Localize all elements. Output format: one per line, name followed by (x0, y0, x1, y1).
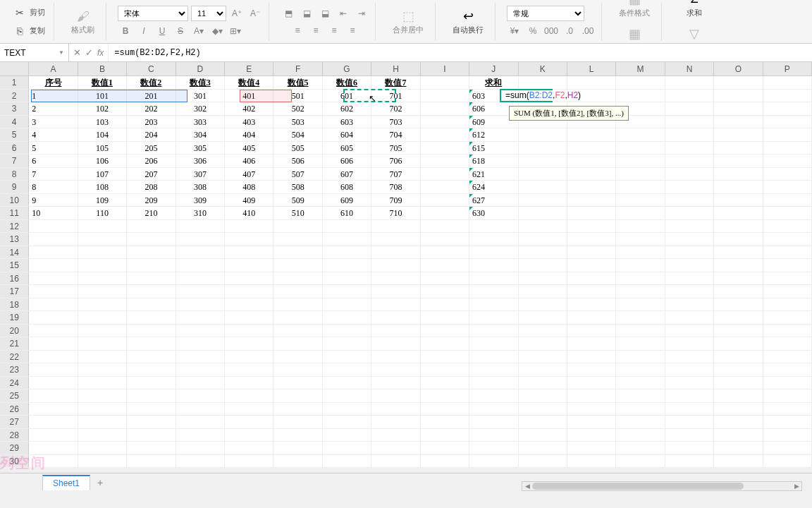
cell-b9[interactable]: 108 (78, 181, 127, 194)
cell-b24[interactable] (78, 377, 127, 390)
cell-b21[interactable] (78, 337, 127, 351)
cell-p14[interactable] (763, 246, 812, 260)
cell-a11[interactable]: 10 (29, 207, 78, 220)
cell-m14[interactable] (616, 246, 665, 260)
cell-b5[interactable]: 104 (78, 128, 127, 142)
cell-a24[interactable] (29, 377, 78, 390)
format-painter-button[interactable]: 🖌 格式刷 (66, 5, 100, 38)
cell-l12[interactable] (567, 220, 616, 234)
column-header-n[interactable]: N (665, 62, 714, 75)
row-header[interactable]: 26 (0, 403, 29, 416)
cell-o22[interactable] (714, 351, 763, 364)
cell-d3[interactable]: 302 (176, 102, 225, 116)
add-sheet-button[interactable]: + (90, 475, 110, 490)
cell-f20[interactable] (273, 325, 322, 338)
cell-o2[interactable] (714, 90, 763, 103)
cell-e20[interactable] (225, 325, 273, 338)
cell-p2[interactable] (763, 90, 812, 103)
cell-b22[interactable] (78, 351, 127, 364)
cell-i25[interactable] (421, 389, 469, 403)
cell-h15[interactable] (371, 259, 420, 272)
cell-h3[interactable]: 702 (371, 102, 420, 116)
cell-f25[interactable] (273, 389, 322, 403)
cell-b29[interactable] (78, 442, 127, 455)
cell-i15[interactable] (421, 259, 469, 272)
cell-m21[interactable] (616, 337, 665, 351)
align-middle-icon[interactable]: ⬓ (299, 6, 314, 20)
cell-o24[interactable] (714, 377, 763, 390)
cell-b16[interactable] (78, 272, 127, 286)
cell-e15[interactable] (225, 259, 273, 272)
cell-e25[interactable] (225, 389, 273, 403)
cell-c24[interactable] (127, 377, 176, 390)
cell-j20[interactable] (469, 325, 518, 338)
cell-a4[interactable]: 3 (29, 116, 78, 129)
column-header-e[interactable]: E (225, 62, 273, 75)
cell-n6[interactable] (665, 142, 714, 155)
cell-l18[interactable] (567, 298, 616, 312)
cell-n11[interactable] (665, 207, 714, 220)
cell-e2[interactable]: 401 (225, 90, 273, 103)
cell-h19[interactable] (371, 311, 420, 325)
copy-button[interactable]: ⎘复制 (10, 23, 48, 40)
cell-a29[interactable] (29, 442, 78, 455)
cell-p3[interactable] (763, 102, 812, 116)
cell-c3[interactable]: 202 (127, 102, 176, 116)
cell-f8[interactable]: 507 (273, 168, 322, 181)
cell-a16[interactable] (29, 272, 78, 286)
cell-f30[interactable] (273, 455, 322, 468)
cell-h25[interactable] (371, 389, 420, 403)
cell-b25[interactable] (78, 389, 127, 403)
cell-o26[interactable] (714, 403, 763, 416)
cell-o25[interactable] (714, 389, 763, 403)
cell-f12[interactable] (273, 220, 322, 234)
cell-a2[interactable]: 1 (29, 90, 78, 103)
cell-k19[interactable] (519, 311, 567, 325)
row-header[interactable]: 19 (0, 311, 29, 325)
cell-o28[interactable] (714, 429, 763, 442)
cell-j1[interactable]: 求和 (469, 76, 518, 90)
cell-p19[interactable] (763, 311, 812, 325)
cell-d11[interactable]: 310 (176, 207, 225, 220)
cell-n23[interactable] (665, 363, 714, 377)
cell-b12[interactable] (78, 220, 127, 234)
cell-l8[interactable] (567, 168, 616, 181)
cell-j8[interactable]: 621 (469, 168, 519, 181)
cell-c16[interactable] (127, 272, 176, 286)
cell-j10[interactable]: 627 (469, 194, 519, 207)
cell-l9[interactable] (567, 181, 616, 194)
cell-f22[interactable] (273, 351, 322, 364)
cell-m17[interactable] (616, 285, 665, 298)
cell-n12[interactable] (665, 220, 714, 234)
cell-k17[interactable] (519, 285, 567, 298)
horizontal-scrollbar[interactable]: ◀ ▶ (522, 481, 802, 491)
align-bottom-icon[interactable]: ⬓ (317, 6, 333, 20)
cut-button[interactable]: ✂剪切 (10, 4, 48, 21)
cell-j18[interactable] (469, 298, 518, 312)
row-header[interactable]: 24 (0, 377, 29, 390)
row-header[interactable]: 6 (0, 142, 29, 155)
cell-c29[interactable] (127, 442, 176, 455)
cell-a23[interactable] (29, 363, 78, 377)
cell-h20[interactable] (371, 325, 420, 338)
cell-j13[interactable] (469, 233, 518, 246)
cell-n14[interactable] (665, 246, 714, 260)
cell-h11[interactable]: 710 (371, 207, 420, 220)
cell-i21[interactable] (421, 337, 469, 351)
cell-a28[interactable] (29, 429, 78, 442)
cell-d10[interactable]: 309 (176, 194, 225, 207)
cell-p23[interactable] (763, 363, 812, 377)
cell-a18[interactable] (29, 298, 78, 312)
cell-j23[interactable] (469, 363, 518, 377)
cell-l6[interactable] (567, 142, 616, 155)
cell-p5[interactable] (763, 128, 812, 142)
cell-l14[interactable] (567, 246, 616, 260)
cell-d18[interactable] (176, 298, 225, 312)
cell-h28[interactable] (371, 429, 420, 442)
cell-p24[interactable] (763, 377, 812, 390)
cell-j22[interactable] (469, 351, 518, 364)
cell-j17[interactable] (469, 285, 518, 298)
cell-n9[interactable] (665, 181, 714, 194)
row-header[interactable]: 18 (0, 298, 29, 312)
cell-c11[interactable]: 210 (127, 207, 176, 220)
